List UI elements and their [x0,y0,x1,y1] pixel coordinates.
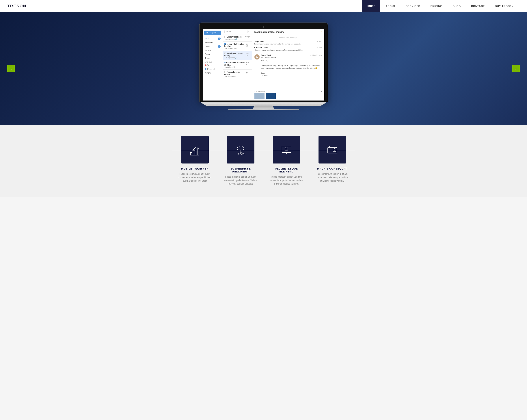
laptop-stand [253,106,274,109]
laptop-mockup: ✏ Compose Inbox 2 Sent mail Drafts 2 [199,23,328,111]
open-email-title: Mobile app project inquiry [254,31,284,33]
feature-title-1: SUSPENDISSE HENDRERIT [222,167,259,173]
svg-rect-0 [190,153,192,155]
open-star-icon[interactable]: ★ [321,31,322,33]
labels-section: LABELS + [203,60,223,63]
email-sidebar: ✏ Compose Inbox 2 Sent mail Drafts 2 [203,29,223,100]
prev-slide-button[interactable]: ‹ [7,65,15,72]
feature-desc-2: Fusce interdum sapien ut quam consectetu… [268,175,305,186]
drafts-badge: 2 [218,45,220,48]
attachment-thumb-1[interactable] [254,93,264,99]
laptop-base [199,102,328,106]
features-grid: MOBILE TRANSFER Fusce interdum sapien ut… [172,136,355,186]
feature-item-1: SUSPENDISSE HENDRERIT Fusce interdum sap… [222,136,259,186]
feature-item-0: MOBILE TRANSFER Fusce interdum sapien ut… [177,136,213,183]
star-icon-1[interactable]: ★ [224,48,226,49]
email-item-1[interactable]: ✓Is that what you had in min... Nov 10 ★… [223,42,252,51]
email-checkbox-4[interactable] [224,71,226,73]
feature-desc-0: Fusce interdum sapien ut quam consectetu… [177,172,213,183]
star-icon-4[interactable]: ★ [224,76,226,77]
features-section: MOBILE TRANSFER Fusce interdum sapien ut… [0,125,527,197]
star-icon-0[interactable]: ★ [224,38,226,40]
laptop-display: ✏ Compose Inbox 2 Sent mail Drafts 2 [203,29,324,100]
download-icon[interactable]: ⬇ [321,90,322,92]
feature-icon-box-0 [181,136,209,164]
laptop-screen: ✏ Compose Inbox 2 Sent mail Drafts 2 [199,23,328,102]
thread-msg-0: Serge Vasil Nov 03 Lorem Ipsum is simply… [254,41,322,45]
nav-contact[interactable]: CONTACT [466,0,490,12]
nav-links: HOME ABOUT SERVICES PRICING BLOG CONTACT… [362,0,520,12]
email-count: 1-24 of 112 [248,31,252,33]
feature-desc-1: Fusce interdum sapien ut quam consectetu… [222,175,259,186]
sidebar-item-trash[interactable]: Trash [203,56,223,60]
email-content-header: Mobile app project inquiry ★ [252,29,324,35]
star-main-icon[interactable]: ★ [310,54,312,56]
email-list-header: 1-24 of 112 ‹ › [223,29,252,34]
sidebar-item-inbox[interactable]: Inbox 2 [203,37,223,41]
sidebar-item-sent[interactable]: Sent mail [203,41,223,44]
email-checkbox-2[interactable] [224,53,226,54]
main-email-body: SV Serge Vasil ★ Nov 11 ↩ ▾ [254,53,322,78]
logo: TRESON [7,4,26,8]
feature-item-2: PELLENTESQUE ELEIFEND Fusce interdum sap… [268,136,305,186]
label-more[interactable]: + More [203,71,223,75]
nav-blog[interactable]: BLOG [448,0,466,12]
chart-up-icon [188,143,201,156]
compose-button[interactable]: ✏ Compose [204,31,221,35]
inbox-badge: 2 [218,38,220,40]
compose-icon: ✏ [207,32,208,34]
wallet-lock-icon [326,143,339,156]
email-thread: Load 24 older messages Serge Vasil Nov 0… [252,35,324,89]
search-input[interactable] [224,30,247,33]
thread-msg-1: Christian Davis Nov 05 There are many va… [254,47,322,51]
sidebar-item-drafts[interactable]: Drafts 2 [203,44,223,48]
star-icon-2[interactable]: ★ [224,57,226,59]
svg-point-20 [334,150,335,151]
star-icon-3[interactable]: ★ [224,66,226,68]
nav-home[interactable]: HOME [362,0,380,12]
email-app: ✏ Compose Inbox 2 Sent mail Drafts 2 [203,29,324,100]
email-checkbox-1[interactable]: ✓ [224,43,226,45]
next-slide-button[interactable]: › [512,65,520,72]
feature-item-3: MAURIS CONSEQUAT Fusce interdum sapien u… [314,136,351,183]
svg-rect-18 [328,147,337,153]
cloud-network-icon [234,143,247,156]
more-icon[interactable]: ▾ [321,54,322,56]
email-list: 1-24 of 112 ‹ › Design feedback 4:30pm ★ [223,29,252,100]
label-personal[interactable]: Personal [203,67,223,71]
attachment-thumb-2[interactable] [266,93,276,99]
nav-buy[interactable]: BUY TRESON! [490,0,520,12]
svg-rect-1 [193,150,195,155]
svg-rect-2 [196,148,198,155]
email-content: Mobile app project inquiry ★ Load 24 old… [252,29,324,100]
email-item-3[interactable]: Bistronome materials and s... Nov 07 ★ L… [223,60,252,70]
reply-icon[interactable]: ↩ [319,54,320,56]
sidebar-item-spam[interactable]: Spam [203,52,223,56]
feature-desc-3: Fusce interdum sapien ut quam consectetu… [314,172,351,183]
thread-divider: Load 24 older messages [254,36,322,39]
features-line [172,151,355,151]
laptop-foot [228,109,299,111]
nav-services[interactable]: SERVICES [401,0,425,12]
email-item-0[interactable]: Design feedback 4:30pm ★ Jack Jones 🔗 [223,34,252,42]
email-checkbox-0[interactable] [224,36,226,38]
email-item-2[interactable]: Mobile app project inquiry Nov 09 ★ Serg… [223,51,252,60]
laptop-camera [263,26,264,28]
navbar: TRESON HOME ABOUT SERVICES PRICING BLOG … [0,0,527,12]
nav-pricing[interactable]: PRICING [425,0,448,12]
feature-icon-box-1 [227,136,254,164]
sidebar-item-archive[interactable]: Archive [203,48,223,52]
svg-point-17 [286,149,287,149]
email-item-4[interactable]: Product design course Nov 07 ★ Camilla B… [223,70,252,79]
attachments-section: 2 attachments ⬇ [252,89,324,100]
nav-about[interactable]: ABOUT [380,0,401,12]
feature-title-0: MOBILE TRANSFER [181,167,209,170]
hero-section: ‹ ✏ Compose Inbox 2 [0,12,527,125]
feature-title-2: PELLENTESQUE ELEIFEND [268,167,305,173]
feature-title-3: MAURIS CONSEQUAT [317,167,347,170]
label-work[interactable]: Work [203,63,223,67]
monitor-lock-icon [280,143,293,156]
feature-icon-box-2 [273,136,300,164]
new-dot-3 [224,62,226,63]
feature-icon-box-3 [318,136,346,164]
